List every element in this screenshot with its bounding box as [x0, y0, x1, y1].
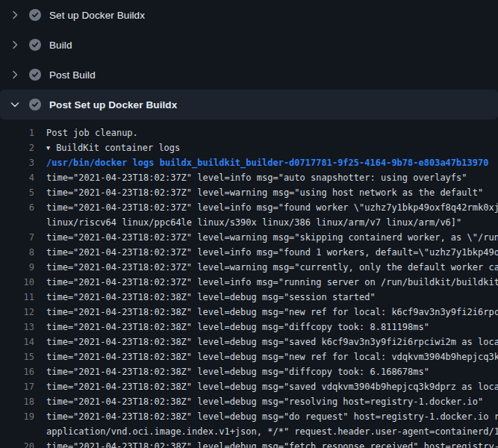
chevron-right-icon[interactable]	[9, 9, 21, 21]
line-number[interactable]: 19	[0, 409, 34, 424]
log-text: time="2021-04-23T18:02:37Z" level=warnin…	[34, 185, 498, 200]
log-text: /usr/bin/docker logs buildx_buildkit_bui…	[34, 155, 498, 170]
line-number[interactable]: 4	[0, 170, 34, 185]
group-title: BuildKit container logs	[56, 143, 180, 153]
log-text: time="2021-04-23T18:02:38Z" level=debug …	[34, 335, 498, 349]
log-text: linux/riscv64 linux/ppc64le linux/s390x …	[34, 215, 498, 230]
log-line: 15time="2021-04-23T18:02:38Z" level=debu…	[0, 349, 498, 364]
chevron-right-icon[interactable]	[9, 39, 21, 51]
check-circle-icon	[29, 69, 41, 81]
step-title: Post Set up Docker Buildx	[49, 99, 177, 111]
log-text: Post job cleanup.	[34, 125, 498, 140]
line-number[interactable]: 14	[0, 335, 34, 349]
log-line: 17time="2021-04-23T18:02:38Z" level=debu…	[0, 379, 498, 394]
check-circle-icon	[29, 39, 41, 51]
log-line: 6time="2021-04-23T18:02:37Z" level=info …	[0, 200, 498, 215]
log-text: time="2021-04-23T18:02:37Z" level=warnin…	[34, 230, 498, 245]
line-number[interactable]: 7	[0, 230, 34, 245]
step-header-post-build[interactable]: Post Build	[0, 60, 498, 90]
log-text: time="2021-04-23T18:02:37Z" level=info m…	[34, 170, 498, 185]
log-text: time="2021-04-23T18:02:37Z" level=info m…	[34, 245, 498, 260]
log-line-command: 3/usr/bin/docker logs buildx_buildkit_bu…	[0, 155, 498, 170]
line-number[interactable]: 18	[0, 394, 34, 409]
line-number[interactable]: 10	[0, 275, 34, 290]
log-text: time="2021-04-23T18:02:37Z" level=info m…	[34, 275, 498, 290]
log-text: application/vnd.oci.image.index.v1+json,…	[34, 424, 498, 439]
log-text: time="2021-04-23T18:02:38Z" level=debug …	[34, 320, 498, 335]
log-text: time="2021-04-23T18:02:37Z" level=warnin…	[34, 260, 498, 275]
log-text: time="2021-04-23T18:02:38Z" level=debug …	[34, 409, 498, 424]
chevron-down-icon[interactable]	[9, 99, 21, 111]
log-line: 11time="2021-04-23T18:02:38Z" level=debu…	[0, 290, 498, 305]
line-number[interactable]: 16	[0, 364, 34, 379]
log-line: 5time="2021-04-23T18:02:37Z" level=warni…	[0, 185, 498, 200]
line-number[interactable]: 17	[0, 379, 34, 394]
line-number[interactable]: 1	[0, 125, 34, 140]
step-title: Post Build	[49, 69, 96, 81]
line-number[interactable]: 6	[0, 200, 34, 215]
log-group-label[interactable]: ▼BuildKit container logs	[34, 140, 498, 155]
actions-log-viewer: Set up Docker Buildx Build Post Build Po…	[0, 0, 498, 448]
line-number[interactable]: 9	[0, 260, 34, 275]
log-text: time="2021-04-23T18:02:38Z" level=debug …	[34, 290, 498, 305]
line-number[interactable]: 20	[0, 439, 34, 448]
chevron-right-icon[interactable]	[9, 69, 21, 81]
log-line: 19time="2021-04-23T18:02:38Z" level=debu…	[0, 409, 498, 424]
line-number[interactable]: 15	[0, 349, 34, 364]
log-line: 10time="2021-04-23T18:02:37Z" level=info…	[0, 275, 498, 290]
log-text: time="2021-04-23T18:02:38Z" level=debug …	[34, 379, 498, 394]
line-number[interactable]: 13	[0, 320, 34, 335]
log-line: application/vnd.oci.image.index.v1+json,…	[0, 424, 498, 439]
check-circle-icon	[29, 9, 41, 21]
log-text: time="2021-04-23T18:02:38Z" level=debug …	[34, 305, 498, 320]
step-header-post-set-up-docker-buildx[interactable]: Post Set up Docker Buildx	[0, 90, 498, 119]
step-title: Set up Docker Buildx	[49, 10, 145, 21]
log-line: 12time="2021-04-23T18:02:38Z" level=debu…	[0, 305, 498, 320]
line-number[interactable]: 8	[0, 245, 34, 260]
step-title: Build	[49, 40, 72, 51]
line-number[interactable]: 3	[0, 155, 34, 170]
line-number[interactable]: 5	[0, 185, 34, 200]
log-line: 8time="2021-04-23T18:02:37Z" level=info …	[0, 245, 498, 260]
log-text: time="2021-04-23T18:02:37Z" level=info m…	[34, 200, 498, 215]
log-text: time="2021-04-23T18:02:38Z" level=debug …	[34, 439, 498, 448]
check-circle-icon	[29, 99, 41, 111]
step-header-build[interactable]: Build	[0, 30, 498, 60]
log-line: 2▼BuildKit container logs	[0, 140, 498, 155]
group-expand-icon[interactable]: ▼	[46, 140, 50, 155]
step-header-set-up-docker-buildx[interactable]: Set up Docker Buildx	[0, 0, 498, 30]
log-line: linux/riscv64 linux/ppc64le linux/s390x …	[0, 215, 498, 230]
log-line: 4time="2021-04-23T18:02:37Z" level=info …	[0, 170, 498, 185]
log-line: 20time="2021-04-23T18:02:38Z" level=debu…	[0, 439, 498, 448]
log-line: 9time="2021-04-23T18:02:37Z" level=warni…	[0, 260, 498, 275]
log-text: time="2021-04-23T18:02:38Z" level=debug …	[34, 364, 498, 379]
log-text: time="2021-04-23T18:02:38Z" level=debug …	[34, 349, 498, 364]
log-line: 13time="2021-04-23T18:02:38Z" level=debu…	[0, 320, 498, 335]
log-line: 18time="2021-04-23T18:02:38Z" level=debu…	[0, 394, 498, 409]
log-line: 7time="2021-04-23T18:02:37Z" level=warni…	[0, 230, 498, 245]
log-text: time="2021-04-23T18:02:38Z" level=debug …	[34, 394, 498, 409]
line-number[interactable]: 11	[0, 290, 34, 305]
line-number[interactable]: 2	[0, 140, 34, 155]
log-line: 1Post job cleanup.	[0, 125, 498, 140]
log-line: 14time="2021-04-23T18:02:38Z" level=debu…	[0, 335, 498, 349]
line-number[interactable]: 12	[0, 305, 34, 320]
log-body: 1Post job cleanup.2▼BuildKit container l…	[0, 119, 498, 448]
log-line: 16time="2021-04-23T18:02:38Z" level=debu…	[0, 364, 498, 379]
